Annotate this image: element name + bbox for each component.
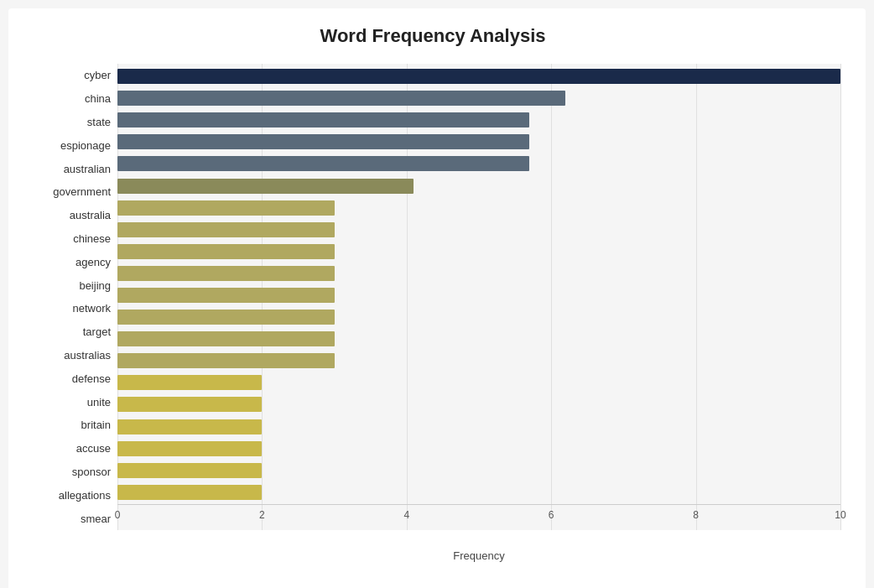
bar-state (117, 112, 529, 127)
y-label-smear: smear (81, 509, 111, 528)
x-axis-label: Frequency (453, 549, 504, 562)
bar-network (117, 288, 335, 303)
y-label-sponsor: sponsor (72, 462, 111, 481)
bar-row (117, 133, 840, 151)
bar-sponsor (117, 441, 262, 456)
bar-australian (117, 156, 529, 171)
bar-smear (117, 485, 262, 500)
y-label-state: state (87, 112, 111, 131)
y-label-china: china (85, 90, 111, 108)
bar-row (117, 242, 840, 261)
x-tick-2: 2 (259, 509, 265, 521)
y-label-target: target (83, 323, 111, 341)
bar-britain (117, 397, 262, 412)
bar-row (117, 264, 840, 283)
grid-line (840, 64, 841, 530)
y-label-unite: unite (87, 393, 111, 411)
bar-row (117, 440, 840, 458)
x-axis-line (117, 504, 840, 505)
y-label-accuse: accuse (76, 440, 111, 458)
y-label-beijing: beijing (79, 276, 111, 294)
x-tick-0: 0 (115, 509, 121, 521)
bar-accuse (117, 419, 262, 434)
y-label-allegations: allegations (59, 486, 111, 504)
y-label-cyber: cyber (84, 66, 111, 85)
y-label-network: network (72, 299, 111, 318)
y-label-australias: australias (64, 346, 111, 364)
x-tick-10: 10 (835, 509, 845, 521)
y-label-government: government (53, 183, 111, 201)
bar-row (117, 351, 840, 370)
y-label-chinese: chinese (73, 229, 111, 247)
chart-container: Word Frequency Analysis cyberchinastatee… (8, 8, 866, 588)
bar-row (117, 418, 840, 436)
y-label-defense: defense (72, 369, 111, 388)
y-label-espionage: espionage (60, 136, 111, 154)
bar-row (117, 461, 840, 480)
bar-beijing (117, 266, 335, 281)
bar-row (117, 154, 840, 173)
bars-container (117, 64, 840, 505)
bar-row (117, 89, 840, 107)
bar-australias (117, 331, 335, 346)
bar-row (117, 221, 840, 239)
bar-cyber (117, 69, 840, 84)
bar-target (117, 310, 335, 325)
y-label-britain: britain (81, 416, 111, 434)
x-tick-8: 8 (693, 509, 699, 521)
bar-australia (117, 200, 335, 216)
x-tick-6: 6 (549, 509, 554, 521)
y-label-australian: australian (64, 159, 111, 178)
bar-row (117, 286, 840, 304)
chart-title: Word Frequency Analysis (25, 25, 840, 47)
bar-row (117, 199, 840, 217)
bar-government (117, 179, 414, 194)
x-tick-4: 4 (403, 509, 409, 521)
y-label-agency: agency (75, 252, 111, 271)
bar-agency (117, 244, 335, 259)
bar-espionage (117, 134, 529, 149)
bar-chinese (117, 222, 335, 237)
bar-row (117, 177, 840, 195)
bar-row (117, 483, 840, 502)
bar-allegations (117, 463, 262, 478)
bar-row (117, 308, 840, 326)
y-label-australia: australia (70, 206, 111, 225)
bar-row (117, 67, 840, 86)
bar-row (117, 373, 840, 392)
bar-china (117, 91, 565, 106)
bar-unite (117, 375, 262, 390)
bar-row (117, 395, 840, 414)
y-axis: cyberchinastateespionageaustraliangovern… (25, 64, 117, 530)
bar-row (117, 330, 840, 348)
plot-area: 0246810 Frequency (117, 64, 840, 530)
x-axis: 0246810 (117, 505, 840, 530)
bar-row (117, 111, 840, 129)
bar-defense (117, 353, 335, 368)
